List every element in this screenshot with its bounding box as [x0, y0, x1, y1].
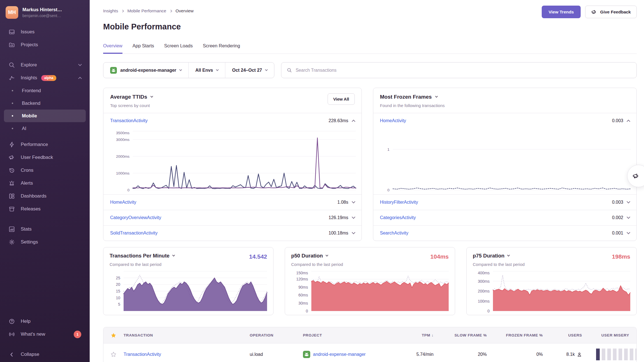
sidebar-item-whats-new[interactable]: What's new 1 [4, 328, 86, 341]
transaction-link[interactable]: HistoryFilterActivity [380, 200, 418, 205]
sidebar-item-dashboards[interactable]: Dashboards [4, 190, 86, 203]
sidebar-item-help[interactable]: Help [4, 315, 86, 328]
sidebar-item-backend[interactable]: Backend [4, 97, 86, 110]
column-header-users[interactable]: USERS [544, 333, 583, 337]
give-feedback-label: Give Feedback [600, 10, 631, 15]
date-range-selector[interactable]: Oct 24–Oct 27 [225, 62, 274, 78]
column-header-slow-frame[interactable]: SLOW FRAME % [435, 333, 488, 337]
y-axis-labels: 150ms 120ms 90ms 60ms 30ms 0 [291, 271, 311, 311]
sidebar-item-settings[interactable]: Settings [4, 236, 86, 249]
p50-area-chart[interactable] [311, 271, 449, 311]
misery-bar-segment [607, 349, 611, 360]
sidebar-item-explore[interactable]: Explore [4, 59, 86, 71]
tpm-title[interactable]: Transactions Per Minute [110, 253, 267, 259]
column-header-project[interactable]: PROJECT [303, 333, 387, 337]
p75-area-chart[interactable] [493, 271, 630, 311]
tpm-subtitle: Compared to the last period [110, 262, 267, 267]
misery-bar-segment [630, 349, 633, 360]
sidebar-item-releases[interactable]: Releases [4, 203, 86, 215]
frozen-row-search[interactable]: SearchActivity 0.001 [373, 225, 636, 241]
tab-screen-loads[interactable]: Screen Loads [164, 43, 193, 54]
frozen-row-expanded[interactable]: HomeActivity 0.003 [373, 113, 636, 128]
chevron-down-icon [507, 254, 510, 257]
column-header-transaction[interactable]: TRANSACTION [124, 333, 250, 337]
ttid-row-category-overview[interactable]: CategoryOverviewActivity 126.19ms [103, 210, 362, 225]
chevron-down-icon [352, 231, 355, 234]
tpm-area-chart[interactable] [124, 271, 267, 311]
sidebar-item-label: Backend [22, 101, 40, 106]
ttid-chart: 3500ms 3000ms 2000ms 1000ms 0 [103, 128, 362, 194]
y-tick-label: 60ms [298, 293, 308, 297]
transaction-link[interactable]: CategoriesActivity [380, 215, 416, 220]
transaction-link[interactable]: HomeActivity [380, 118, 406, 123]
transaction-link[interactable]: CategoryOverviewActivity [110, 215, 161, 220]
project-link[interactable]: android-expense-manager [313, 352, 366, 357]
search-icon [287, 68, 292, 73]
sidebar-item-label: Insights [21, 75, 37, 81]
column-header-user-misery[interactable]: USER MISERY [583, 333, 636, 337]
transactions-per-minute-card: Transactions Per Minute 14.542 Compared … [103, 247, 274, 315]
column-header-operation[interactable]: OPERATION [250, 333, 303, 337]
user-menu[interactable]: MH Markus Hinterst… benjamin.coe@sent… [0, 0, 90, 22]
dashboards-icon [8, 193, 15, 199]
transaction-link[interactable]: HomeActivity [110, 200, 136, 205]
average-ttids-title[interactable]: Average TTIDs [110, 94, 355, 100]
sidebar-collapse-button[interactable]: Collapse [4, 348, 86, 361]
frozen-row-history-filter[interactable]: HistoryFilterActivity 0.003 [373, 194, 636, 210]
chevron-up-icon [627, 120, 630, 123]
sidebar-item-projects[interactable]: Projects [4, 38, 86, 51]
sidebar-nav: Issues Projects Explore Insights alpha F… [0, 22, 90, 249]
transaction-link[interactable]: SearchActivity [380, 231, 408, 236]
column-header-tpm[interactable]: TPM ↓ [387, 333, 435, 337]
android-platform-icon [303, 351, 310, 358]
p75-title[interactable]: p75 Duration [473, 253, 630, 259]
chevron-down-icon [627, 231, 630, 234]
sidebar-item-stats[interactable]: Stats [4, 223, 86, 236]
bullet-icon [12, 115, 13, 117]
ttid-line-chart[interactable] [133, 131, 356, 190]
breadcrumb-insights[interactable]: Insights [103, 8, 118, 13]
frozen-row-categories[interactable]: CategoriesActivity 0.002 [373, 210, 636, 225]
sidebar-footer: Help What's new 1 Collapse [4, 315, 86, 361]
p50-duration-card: p50 Duration 104ms Compared to the last … [285, 247, 455, 315]
ttid-row-solid-transaction[interactable]: SolidTransactionActivity 100.18ms [103, 225, 362, 241]
sidebar-item-ai[interactable]: AI [4, 122, 86, 135]
ttid-row-home[interactable]: HomeActivity 1.08s [103, 194, 362, 210]
ttid-row-expanded[interactable]: TransactionActivity 228.63ms [103, 113, 362, 128]
sidebar-item-mobile[interactable]: Mobile [4, 110, 86, 122]
transaction-link[interactable]: TransactionActivity [124, 352, 250, 357]
star-icon[interactable] [110, 332, 117, 338]
megaphone-icon [632, 172, 640, 180]
sidebar-item-frontend[interactable]: Frontend [4, 84, 86, 97]
tab-app-starts[interactable]: App Starts [133, 43, 154, 54]
sidebar-item-user-feedback[interactable]: User Feedback [4, 151, 86, 164]
breadcrumb-mobile-performance[interactable]: Mobile Performance [127, 8, 166, 13]
give-feedback-button[interactable]: Give Feedback [585, 6, 637, 18]
sidebar-item-alerts[interactable]: Alerts [4, 177, 86, 190]
star-outline-icon[interactable] [110, 351, 117, 358]
sidebar-item-issues[interactable]: Issues [4, 25, 86, 38]
environment-selector[interactable]: All Envs [188, 62, 225, 78]
sidebar-item-crons[interactable]: Crons [4, 164, 86, 177]
view-all-button[interactable]: View All [328, 93, 355, 105]
p50-title[interactable]: p50 Duration [291, 253, 449, 259]
column-header-frozen-frame[interactable]: FROZEN FRAME % [488, 333, 544, 337]
tab-overview[interactable]: Overview [103, 43, 122, 54]
project-selector[interactable]: android-expense-manager [103, 62, 188, 78]
transaction-link[interactable]: TransactionActivity [110, 118, 148, 123]
main-content: Insights Mobile Performance Overview Vie… [90, 0, 644, 362]
sidebar-item-performance[interactable]: Performance [4, 138, 86, 151]
misery-bar-segment [624, 349, 628, 360]
project-cell[interactable]: android-expense-manager [303, 351, 387, 358]
transaction-link[interactable]: SolidTransactionActivity [110, 231, 157, 236]
environment-selector-label: All Envs [195, 68, 213, 73]
search-input[interactable] [296, 68, 631, 73]
view-trends-button[interactable]: View Trends [542, 6, 580, 18]
y-tick-label: 20 [116, 282, 120, 287]
date-range-label: Oct 24–Oct 27 [232, 68, 262, 73]
frozen-line-chart[interactable] [393, 131, 631, 190]
most-frozen-frames-title[interactable]: Most Frozen Frames [380, 94, 630, 100]
bullet-icon [12, 90, 13, 91]
tab-screen-rendering[interactable]: Screen Rendering [203, 43, 240, 54]
sidebar-item-insights[interactable]: Insights alpha [4, 71, 86, 84]
